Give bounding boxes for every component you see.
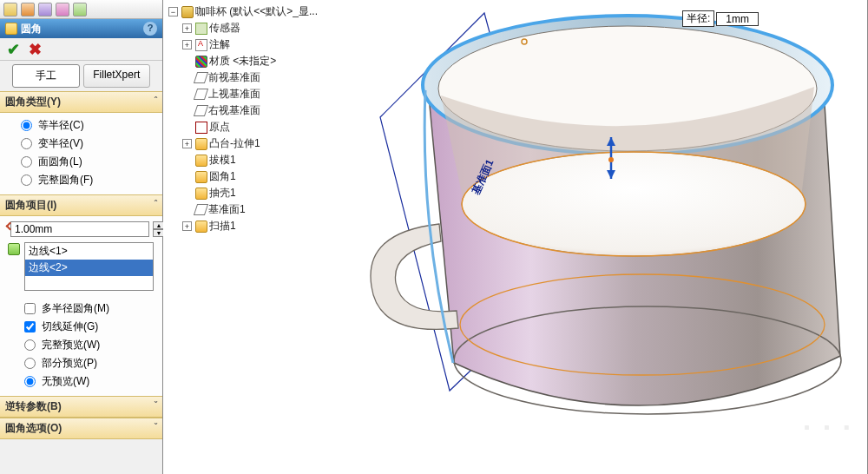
tree-node-plane-front[interactable]: 前视基准面 (168, 69, 318, 86)
radio-equal-radius[interactable]: 等半径(C) (21, 116, 154, 135)
watermark: · · · (803, 411, 852, 444)
tree-node-plane-right[interactable]: 右视基准面 (168, 102, 318, 119)
plane-icon (194, 72, 208, 83)
mode-tabs: 手工 FilletXpert (0, 61, 162, 91)
chevron-up-icon: ˆ (155, 199, 157, 208)
fillet-icon (195, 171, 207, 183)
tree-node-fillet[interactable]: 圆角1 (168, 168, 318, 185)
annotation-icon (195, 39, 207, 51)
tree-node-draft[interactable]: 拔模1 (168, 152, 318, 168)
chevron-down-icon: ˇ (155, 422, 157, 431)
radio-partial-preview[interactable]: 部分预览(P) (7, 354, 154, 372)
svg-point-3 (462, 152, 806, 256)
chevron-down-icon: ˇ (155, 400, 157, 410)
radio-full-fillet[interactable]: 完整圆角(F) (21, 171, 154, 189)
fillet-items-body: ▲ ▼ 边线<1> 边线<2> 多半径圆角(M) 切线延伸(G) 完整预览(W)… (0, 216, 162, 396)
plane-icon (194, 204, 208, 215)
section-fillet-options[interactable]: 圆角选项(O)ˇ (0, 418, 162, 439)
plane-icon (194, 105, 208, 116)
edge-selection-list[interactable]: 边线<1> 边线<2> (24, 242, 154, 291)
expand-icon[interactable]: + (182, 23, 192, 33)
confirm-bar: ✔ ✖ (0, 38, 162, 61)
panel-toolbar (0, 0, 162, 19)
expand-icon[interactable]: + (182, 40, 192, 49)
tree-node-sensor[interactable]: +传感器 (168, 20, 318, 36)
tab-filletxpert[interactable]: FilletXpert (83, 64, 151, 88)
tree-node-sweep[interactable]: +扫描1 (168, 218, 318, 234)
draft-icon (195, 155, 207, 167)
display-icon[interactable] (38, 3, 52, 16)
check-multi-radius[interactable]: 多半径圆角(M) (7, 300, 154, 318)
edge-selection-icon (7, 242, 21, 256)
tree-node-boss-extrude[interactable]: +凸台-拉伸1 (168, 135, 318, 152)
graphics-area: 半径: 1mm 基准面1 · · · − 咖啡杯 (默认<<默认>_显... +… (163, 0, 868, 474)
help-button[interactable]: ? (143, 22, 157, 36)
chevron-up-icon: ˆ (155, 95, 157, 105)
radius-callout-value[interactable]: 1mm (716, 12, 759, 26)
panel-title: 圆角 (21, 22, 42, 36)
radio-face-fillet[interactable]: 面圆角(L) (21, 153, 154, 171)
section-fillet-type[interactable]: 圆角类型(Y)ˆ (0, 91, 162, 113)
panel-title-bar: 圆角 ? (0, 19, 162, 38)
tree-node-plane-top[interactable]: 上视基准面 (168, 86, 318, 102)
tree-node-shell[interactable]: 抽壳1 (168, 185, 318, 201)
feature-icon[interactable] (3, 3, 17, 16)
decal-icon[interactable] (73, 3, 87, 16)
fillet-type-body: 等半径(C) 变半径(V) 面圆角(L) 完整圆角(F) (0, 113, 162, 194)
extrude-icon (195, 138, 207, 150)
tree-node-annot[interactable]: +注解 (168, 36, 318, 53)
tree-root[interactable]: − 咖啡杯 (默认<<默认>_显... (168, 3, 318, 20)
list-item[interactable]: 边线<1> (25, 243, 153, 260)
section-reverse-params[interactable]: 逆转参数(B)ˇ (0, 396, 162, 418)
part-icon (181, 6, 194, 18)
ok-button[interactable]: ✔ (7, 40, 20, 59)
sweep-icon (195, 221, 207, 233)
sensor-icon (195, 23, 207, 35)
tree-node-origin[interactable]: 原点 (168, 119, 318, 135)
config-icon[interactable] (21, 3, 35, 16)
radius-callout-label: 半径: (682, 10, 714, 27)
tree-node-material[interactable]: 材质 <未指定> (168, 53, 318, 69)
radius-input[interactable] (10, 221, 149, 237)
tree-node-refplane[interactable]: 基准面1 (168, 201, 318, 218)
tab-manual[interactable]: 手工 (12, 64, 80, 88)
radius-callout[interactable]: 半径: 1mm (682, 10, 759, 27)
shell-icon (195, 188, 207, 200)
section-fillet-items[interactable]: 圆角项目(I)ˆ (0, 194, 162, 216)
material-icon (195, 56, 207, 68)
expand-icon[interactable]: + (182, 139, 192, 148)
collapse-icon[interactable]: − (168, 7, 178, 16)
list-item[interactable]: 边线<2> (25, 260, 153, 276)
radio-no-preview[interactable]: 无预览(W) (7, 372, 154, 391)
plane-icon (194, 89, 208, 100)
check-tangent-propagation[interactable]: 切线延伸(G) (7, 318, 154, 336)
origin-icon (195, 122, 207, 134)
cancel-button[interactable]: ✖ (29, 40, 42, 59)
property-manager: 圆角 ? ✔ ✖ 手工 FilletXpert 圆角类型(Y)ˆ 等半径(C) … (0, 0, 163, 474)
expand-icon[interactable]: + (182, 221, 192, 231)
fillet-feature-icon (5, 23, 17, 35)
feature-tree[interactable]: − 咖啡杯 (默认<<默认>_显... +传感器 +注解 材质 <未指定> 前视… (163, 0, 323, 238)
appearance-icon[interactable] (56, 3, 69, 16)
radio-full-preview[interactable]: 完整预览(W) (7, 336, 154, 354)
svg-point-10 (608, 157, 614, 162)
radio-var-radius[interactable]: 变半径(V) (21, 135, 154, 153)
